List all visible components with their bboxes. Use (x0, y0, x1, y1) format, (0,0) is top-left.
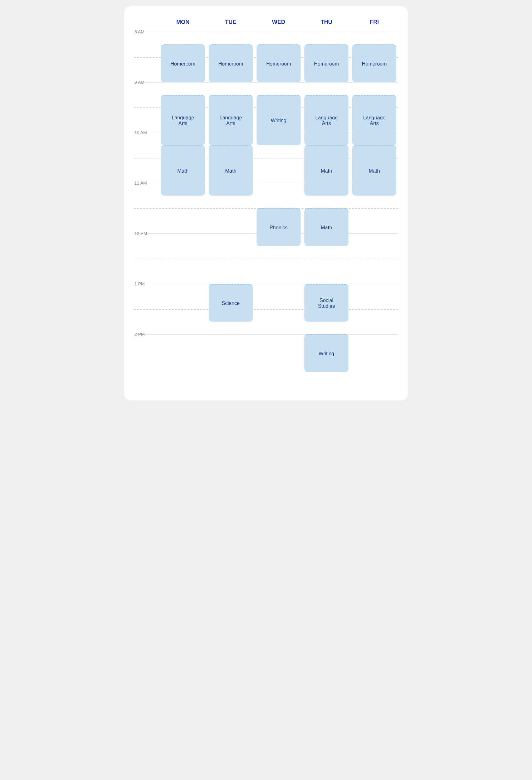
schedule-body: 8 AM9 AM10 AM11 AM12 PM1 PM2 PM Homeroom… (159, 32, 398, 385)
event-block[interactable]: Language Arts (304, 95, 349, 145)
day-columns: HomeroomLanguage ArtsMath HomeroomLangua… (159, 32, 398, 385)
event-block[interactable]: Math (304, 208, 349, 246)
day-col-fri: HomeroomLanguage ArtsMath (351, 32, 398, 385)
day-col-tue: HomeroomLanguage ArtsMathScience (207, 32, 255, 385)
event-block[interactable]: Social Studies (304, 284, 349, 322)
event-block[interactable]: Language Arts (161, 95, 205, 145)
event-block[interactable]: Phonics (257, 208, 301, 246)
header-mon: MON (159, 16, 207, 32)
day-col-wed: HomeroomWritingPhonics (255, 32, 303, 385)
event-block[interactable]: Math (304, 145, 349, 196)
time-label: 2 PM (135, 332, 156, 337)
time-label: 12 PM (135, 231, 156, 236)
header-thu: THU (303, 16, 351, 32)
event-block[interactable]: Homeroom (352, 44, 396, 82)
event-block[interactable]: Homeroom (161, 44, 205, 82)
day-col-thu: HomeroomLanguage ArtsMathMathSocial Stud… (303, 32, 351, 385)
event-block[interactable]: Language Arts (352, 95, 396, 145)
event-block[interactable]: Writing (257, 95, 301, 145)
time-label: 10 AM (135, 130, 156, 135)
event-block[interactable]: Math (161, 145, 205, 196)
schedule-wrapper: 8 AM9 AM10 AM11 AM12 PM1 PM2 PM Homeroom… (159, 32, 398, 385)
event-block[interactable]: Language Arts (209, 95, 253, 145)
event-block[interactable]: Homeroom (304, 44, 349, 82)
header-row: MON TUE WED THU FRI (134, 16, 398, 32)
event-block[interactable]: Homeroom (209, 44, 253, 82)
time-label: 8 AM (135, 29, 156, 34)
day-col-mon: HomeroomLanguage ArtsMath (159, 32, 207, 385)
time-label: 9 AM (135, 80, 156, 85)
calendar-container: MON TUE WED THU FRI 8 AM9 AM10 AM11 AM12… (124, 6, 408, 400)
time-label: 1 PM (135, 281, 156, 286)
event-block[interactable]: Science (209, 284, 253, 322)
event-block[interactable]: Math (209, 145, 253, 196)
event-block[interactable]: Math (352, 145, 396, 196)
header-fri: FRI (351, 16, 398, 32)
event-block[interactable]: Homeroom (257, 44, 301, 82)
header-wed: WED (255, 16, 303, 32)
time-label: 11 AM (135, 181, 156, 186)
header-tue: TUE (207, 16, 255, 32)
event-block[interactable]: Writing (304, 334, 349, 372)
